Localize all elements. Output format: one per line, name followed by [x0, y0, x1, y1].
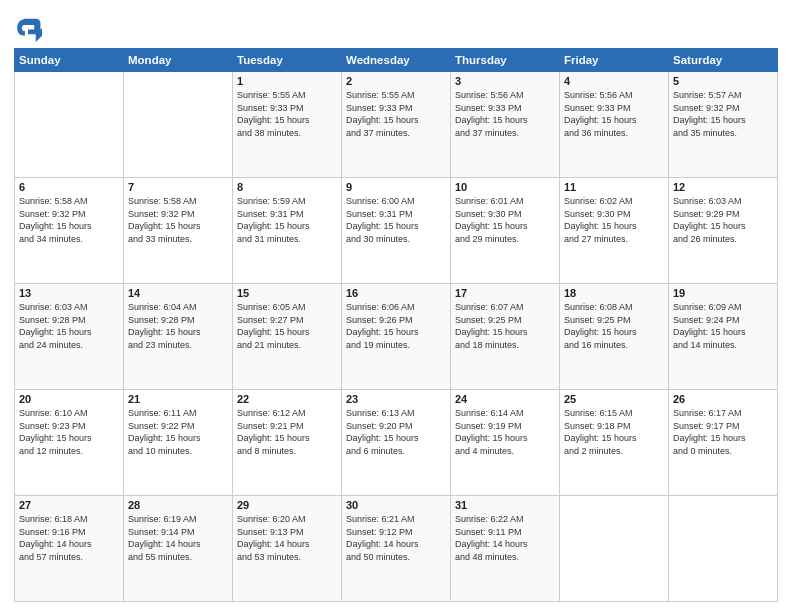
weekday-header-sunday: Sunday: [15, 49, 124, 72]
day-number: 31: [455, 499, 555, 511]
calendar-cell: [669, 496, 778, 602]
calendar-cell: 28Sunrise: 6:19 AM Sunset: 9:14 PM Dayli…: [124, 496, 233, 602]
calendar-cell: 8Sunrise: 5:59 AM Sunset: 9:31 PM Daylig…: [233, 178, 342, 284]
calendar-cell: 20Sunrise: 6:10 AM Sunset: 9:23 PM Dayli…: [15, 390, 124, 496]
calendar-cell: 26Sunrise: 6:17 AM Sunset: 9:17 PM Dayli…: [669, 390, 778, 496]
calendar-table: SundayMondayTuesdayWednesdayThursdayFrid…: [14, 48, 778, 602]
day-number: 18: [564, 287, 664, 299]
calendar-cell: 13Sunrise: 6:03 AM Sunset: 9:28 PM Dayli…: [15, 284, 124, 390]
day-info: Sunrise: 5:55 AM Sunset: 9:33 PM Dayligh…: [237, 89, 337, 139]
calendar-cell: 10Sunrise: 6:01 AM Sunset: 9:30 PM Dayli…: [451, 178, 560, 284]
day-number: 24: [455, 393, 555, 405]
calendar-cell: 27Sunrise: 6:18 AM Sunset: 9:16 PM Dayli…: [15, 496, 124, 602]
day-info: Sunrise: 6:01 AM Sunset: 9:30 PM Dayligh…: [455, 195, 555, 245]
day-number: 11: [564, 181, 664, 193]
day-info: Sunrise: 6:19 AM Sunset: 9:14 PM Dayligh…: [128, 513, 228, 563]
day-number: 8: [237, 181, 337, 193]
day-number: 1: [237, 75, 337, 87]
day-number: 22: [237, 393, 337, 405]
day-info: Sunrise: 6:22 AM Sunset: 9:11 PM Dayligh…: [455, 513, 555, 563]
calendar-cell: 12Sunrise: 6:03 AM Sunset: 9:29 PM Dayli…: [669, 178, 778, 284]
calendar-week-row: 20Sunrise: 6:10 AM Sunset: 9:23 PM Dayli…: [15, 390, 778, 496]
day-info: Sunrise: 5:58 AM Sunset: 9:32 PM Dayligh…: [19, 195, 119, 245]
day-number: 28: [128, 499, 228, 511]
calendar-cell: 9Sunrise: 6:00 AM Sunset: 9:31 PM Daylig…: [342, 178, 451, 284]
day-number: 5: [673, 75, 773, 87]
day-number: 3: [455, 75, 555, 87]
weekday-header-thursday: Thursday: [451, 49, 560, 72]
calendar-cell: 15Sunrise: 6:05 AM Sunset: 9:27 PM Dayli…: [233, 284, 342, 390]
day-info: Sunrise: 5:55 AM Sunset: 9:33 PM Dayligh…: [346, 89, 446, 139]
day-number: 26: [673, 393, 773, 405]
calendar-cell: 14Sunrise: 6:04 AM Sunset: 9:28 PM Dayli…: [124, 284, 233, 390]
logo: [14, 14, 46, 42]
day-number: 7: [128, 181, 228, 193]
day-number: 16: [346, 287, 446, 299]
day-info: Sunrise: 6:14 AM Sunset: 9:19 PM Dayligh…: [455, 407, 555, 457]
calendar-cell: 7Sunrise: 5:58 AM Sunset: 9:32 PM Daylig…: [124, 178, 233, 284]
calendar-cell: [560, 496, 669, 602]
calendar-cell: 29Sunrise: 6:20 AM Sunset: 9:13 PM Dayli…: [233, 496, 342, 602]
day-number: 25: [564, 393, 664, 405]
calendar-cell: 31Sunrise: 6:22 AM Sunset: 9:11 PM Dayli…: [451, 496, 560, 602]
day-info: Sunrise: 6:10 AM Sunset: 9:23 PM Dayligh…: [19, 407, 119, 457]
calendar-cell: 24Sunrise: 6:14 AM Sunset: 9:19 PM Dayli…: [451, 390, 560, 496]
day-info: Sunrise: 6:04 AM Sunset: 9:28 PM Dayligh…: [128, 301, 228, 351]
calendar-cell: 22Sunrise: 6:12 AM Sunset: 9:21 PM Dayli…: [233, 390, 342, 496]
weekday-header-monday: Monday: [124, 49, 233, 72]
day-info: Sunrise: 6:02 AM Sunset: 9:30 PM Dayligh…: [564, 195, 664, 245]
day-number: 17: [455, 287, 555, 299]
weekday-header-friday: Friday: [560, 49, 669, 72]
calendar-cell: [124, 72, 233, 178]
weekday-header-wednesday: Wednesday: [342, 49, 451, 72]
calendar-cell: 4Sunrise: 5:56 AM Sunset: 9:33 PM Daylig…: [560, 72, 669, 178]
day-info: Sunrise: 6:13 AM Sunset: 9:20 PM Dayligh…: [346, 407, 446, 457]
day-info: Sunrise: 6:17 AM Sunset: 9:17 PM Dayligh…: [673, 407, 773, 457]
calendar-cell: 18Sunrise: 6:08 AM Sunset: 9:25 PM Dayli…: [560, 284, 669, 390]
day-info: Sunrise: 6:00 AM Sunset: 9:31 PM Dayligh…: [346, 195, 446, 245]
day-info: Sunrise: 6:20 AM Sunset: 9:13 PM Dayligh…: [237, 513, 337, 563]
calendar-cell: 19Sunrise: 6:09 AM Sunset: 9:24 PM Dayli…: [669, 284, 778, 390]
day-number: 27: [19, 499, 119, 511]
calendar-week-row: 6Sunrise: 5:58 AM Sunset: 9:32 PM Daylig…: [15, 178, 778, 284]
calendar-cell: 6Sunrise: 5:58 AM Sunset: 9:32 PM Daylig…: [15, 178, 124, 284]
day-number: 12: [673, 181, 773, 193]
day-info: Sunrise: 5:56 AM Sunset: 9:33 PM Dayligh…: [455, 89, 555, 139]
day-info: Sunrise: 6:07 AM Sunset: 9:25 PM Dayligh…: [455, 301, 555, 351]
day-number: 30: [346, 499, 446, 511]
day-info: Sunrise: 6:06 AM Sunset: 9:26 PM Dayligh…: [346, 301, 446, 351]
calendar-cell: 23Sunrise: 6:13 AM Sunset: 9:20 PM Dayli…: [342, 390, 451, 496]
calendar-week-row: 1Sunrise: 5:55 AM Sunset: 9:33 PM Daylig…: [15, 72, 778, 178]
day-number: 29: [237, 499, 337, 511]
day-info: Sunrise: 6:05 AM Sunset: 9:27 PM Dayligh…: [237, 301, 337, 351]
page: SundayMondayTuesdayWednesdayThursdayFrid…: [0, 0, 792, 612]
calendar-cell: 11Sunrise: 6:02 AM Sunset: 9:30 PM Dayli…: [560, 178, 669, 284]
day-info: Sunrise: 6:11 AM Sunset: 9:22 PM Dayligh…: [128, 407, 228, 457]
weekday-header-saturday: Saturday: [669, 49, 778, 72]
calendar-cell: [15, 72, 124, 178]
calendar-cell: 17Sunrise: 6:07 AM Sunset: 9:25 PM Dayli…: [451, 284, 560, 390]
day-info: Sunrise: 6:21 AM Sunset: 9:12 PM Dayligh…: [346, 513, 446, 563]
calendar-week-row: 13Sunrise: 6:03 AM Sunset: 9:28 PM Dayli…: [15, 284, 778, 390]
day-info: Sunrise: 5:59 AM Sunset: 9:31 PM Dayligh…: [237, 195, 337, 245]
day-number: 9: [346, 181, 446, 193]
day-number: 4: [564, 75, 664, 87]
calendar-cell: 5Sunrise: 5:57 AM Sunset: 9:32 PM Daylig…: [669, 72, 778, 178]
day-number: 21: [128, 393, 228, 405]
weekday-header-row: SundayMondayTuesdayWednesdayThursdayFrid…: [15, 49, 778, 72]
day-number: 13: [19, 287, 119, 299]
calendar-cell: 30Sunrise: 6:21 AM Sunset: 9:12 PM Dayli…: [342, 496, 451, 602]
day-number: 14: [128, 287, 228, 299]
logo-icon: [14, 14, 42, 42]
day-info: Sunrise: 5:56 AM Sunset: 9:33 PM Dayligh…: [564, 89, 664, 139]
calendar-cell: 3Sunrise: 5:56 AM Sunset: 9:33 PM Daylig…: [451, 72, 560, 178]
day-number: 15: [237, 287, 337, 299]
calendar-cell: 2Sunrise: 5:55 AM Sunset: 9:33 PM Daylig…: [342, 72, 451, 178]
day-info: Sunrise: 5:57 AM Sunset: 9:32 PM Dayligh…: [673, 89, 773, 139]
weekday-header-tuesday: Tuesday: [233, 49, 342, 72]
day-number: 19: [673, 287, 773, 299]
day-info: Sunrise: 5:58 AM Sunset: 9:32 PM Dayligh…: [128, 195, 228, 245]
day-number: 2: [346, 75, 446, 87]
day-info: Sunrise: 6:03 AM Sunset: 9:28 PM Dayligh…: [19, 301, 119, 351]
day-info: Sunrise: 6:15 AM Sunset: 9:18 PM Dayligh…: [564, 407, 664, 457]
